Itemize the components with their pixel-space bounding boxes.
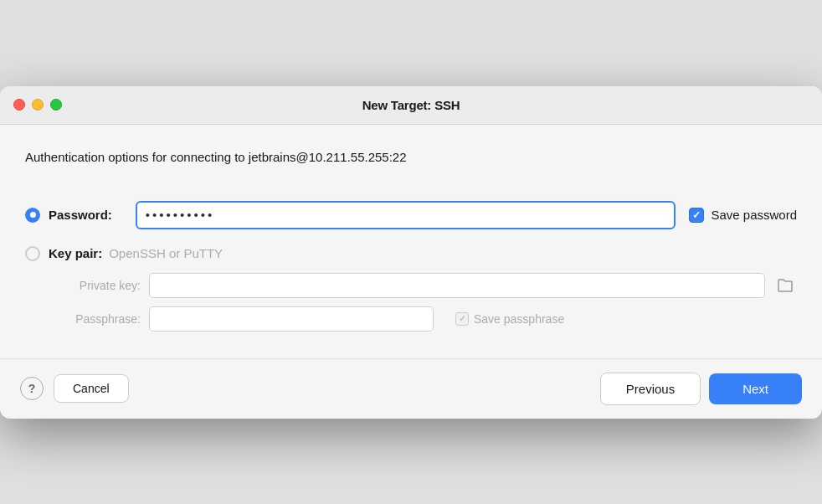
- password-label: Password:: [49, 208, 112, 222]
- footer-right: Previous Next: [600, 373, 802, 405]
- title-bar: New Target: SSH: [0, 86, 822, 125]
- key-pair-hint: OpenSSH or PuTTY: [109, 246, 223, 260]
- minimize-button[interactable]: [32, 99, 44, 111]
- passphrase-label: Passphrase:: [49, 312, 141, 326]
- save-password-wrap: ✓ Save password: [689, 208, 797, 223]
- window-controls: [13, 99, 62, 111]
- save-password-checkbox[interactable]: ✓: [689, 208, 704, 223]
- auth-description: Authentication options for connecting to…: [25, 148, 797, 166]
- key-pair-radio[interactable]: [25, 246, 40, 261]
- save-password-label: Save password: [711, 208, 797, 222]
- previous-button[interactable]: Previous: [600, 373, 701, 405]
- folder-icon[interactable]: [773, 274, 797, 297]
- password-option-row: Password: ✓ Save password: [25, 193, 797, 238]
- passphrase-input[interactable]: [149, 306, 434, 332]
- checkmark-icon: ✓: [692, 209, 701, 221]
- dialog-footer: ? Cancel Previous Next: [0, 358, 822, 419]
- close-button[interactable]: [13, 99, 25, 111]
- password-input[interactable]: [136, 201, 676, 229]
- passphrase-row: Passphrase: ✓ Save passphrase: [49, 306, 797, 332]
- dialog-title: New Target: SSH: [362, 98, 460, 112]
- auth-options: Password: ✓ Save password Key pair: Open…: [25, 193, 797, 338]
- dialog-window: New Target: SSH Authentication options f…: [0, 86, 822, 419]
- dialog-body: Authentication options for connecting to…: [0, 125, 822, 358]
- key-pair-option-row: Key pair: OpenSSH or PuTTY: [25, 238, 797, 270]
- save-passphrase-wrap: ✓ Save passphrase: [455, 312, 564, 326]
- sub-fields: Private key: Passphrase: ✓: [49, 273, 797, 332]
- next-button[interactable]: Next: [709, 373, 802, 404]
- save-passphrase-label: Save passphrase: [474, 312, 564, 326]
- help-button[interactable]: ?: [20, 377, 44, 400]
- save-passphrase-checkbox[interactable]: ✓: [455, 312, 469, 326]
- maximize-button[interactable]: [50, 99, 62, 111]
- password-radio[interactable]: [25, 208, 40, 223]
- check-gray-icon: ✓: [459, 313, 466, 324]
- key-pair-label: Key pair:: [49, 246, 102, 260]
- cancel-button[interactable]: Cancel: [54, 374, 129, 403]
- private-key-label: Private key:: [49, 279, 141, 292]
- private-key-row: Private key:: [49, 273, 797, 298]
- password-field-wrapper: ✓ Save password: [136, 201, 797, 229]
- private-key-input[interactable]: [149, 273, 765, 298]
- footer-left: ? Cancel: [20, 374, 129, 403]
